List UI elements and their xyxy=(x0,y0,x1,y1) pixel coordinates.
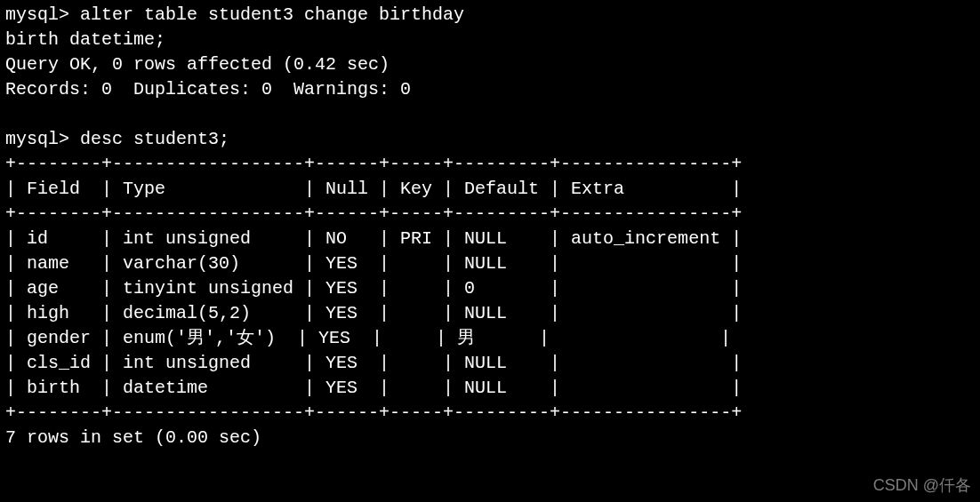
prompt: mysql> xyxy=(5,4,69,25)
prompt: mysql> xyxy=(5,129,69,149)
cmd2: desc student3; xyxy=(80,129,229,149)
desc-table: +--------+------------------+------+----… xyxy=(5,154,742,423)
result1-line1: Query OK, 0 rows affected (0.42 sec) xyxy=(5,54,390,75)
cmd1-line2: birth datetime; xyxy=(5,29,165,50)
result-footer: 7 rows in set (0.00 sec) xyxy=(5,427,261,448)
cmd1-line1: alter table student3 change birthday xyxy=(80,4,464,25)
terminal-output: mysql> alter table student3 change birth… xyxy=(5,3,975,450)
watermark: CSDN @仟各 xyxy=(873,474,971,497)
result1-line2: Records: 0 Duplicates: 0 Warnings: 0 xyxy=(5,79,411,100)
